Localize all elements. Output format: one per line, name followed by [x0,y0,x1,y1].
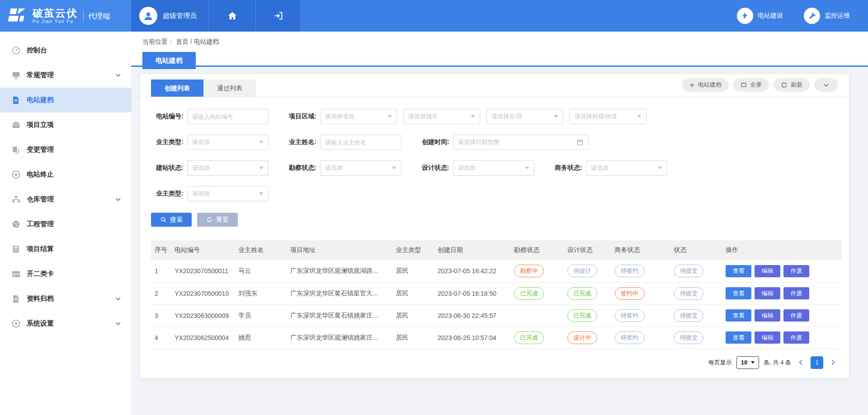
status-pill: 已完成 [567,309,597,322]
sidebar-item-station-archive[interactable]: 电站建档 [0,88,131,112]
station-code-input[interactable] [187,109,269,124]
cell-created-date: 2023-07-05 16:42:22 [434,260,510,282]
lightning-icon [741,11,750,20]
fullscreen-button[interactable]: 全屏 [733,78,769,92]
per-page-select[interactable]: 10 [736,356,759,369]
cell-status: 待提交 [670,326,722,349]
user-name: 超级管理员 [163,12,197,20]
table-row: 2YX2023070500010刘强东广东深圳龙华区黄石镇星官大...居民202… [151,282,842,304]
files-icon [11,145,21,155]
sidebar-item-project-approval[interactable]: 项目立项 [0,112,131,137]
wrench-icon [808,12,816,20]
status-pill: 设计中 [567,331,597,344]
page-number-1[interactable]: 1 [811,356,823,369]
filter-label: 设计状态: [417,164,453,172]
view-button[interactable]: 查看 [726,265,751,277]
filter-label: 建站状态: [151,164,187,172]
cell-owner-type: 居民 [392,304,434,326]
owner-name-input[interactable] [320,135,401,150]
add-station-button[interactable]: 电站建档 [682,78,729,92]
avatar [139,7,157,25]
cell-design-status: 设计中 [564,326,611,349]
column-header: 状态 [670,240,722,260]
tab-passed-list[interactable]: 通过列表 [203,79,256,97]
sidebar-item-engineering-mgmt[interactable]: 工程管理 [0,212,131,237]
owner-type-select[interactable]: 请选择 [187,135,269,150]
reset-button[interactable]: 重置 [197,213,238,227]
edit-button[interactable]: 编辑 [755,265,780,277]
brand-subtitle: Po Jian Yun Fu [33,19,78,24]
business-status-select[interactable]: 请选择 [586,160,667,176]
prev-page-button[interactable] [796,359,806,366]
column-header: 商务状态 [611,240,670,260]
create-time-range-input[interactable]: 请选择日期范围 [453,135,589,150]
sidebar-item-system-settings[interactable]: 系统设置 [0,311,131,336]
sidebar-item-change-mgmt[interactable]: 变更管理 [0,137,131,162]
region-city-select[interactable]: 请选择城市 [403,109,480,124]
logout-button[interactable] [256,0,301,32]
refresh-button[interactable]: 刷新 [774,78,810,92]
caret-down-icon [259,192,264,195]
view-button[interactable]: 查看 [726,287,751,299]
sidebar-item-console[interactable]: 控制台 [0,38,131,63]
divider [83,10,84,22]
portal-label: 代理端 [88,11,110,21]
sidebar-item-second-class-card[interactable]: 开二类卡 [0,261,131,286]
edit-button[interactable]: 编辑 [755,309,780,322]
document-icon [11,294,21,304]
monitor-icon [11,70,21,80]
caret-down-icon [554,115,558,118]
search-icon [160,216,167,223]
survey-status-select[interactable]: 请选择 [320,160,401,176]
page-tab-station-archive[interactable]: 电站建档 [142,52,196,69]
sidebar-item-label: 电站建档 [27,96,121,104]
region-province-select[interactable]: 请选择省份 [320,109,397,124]
owner-type-select-2[interactable]: 请选择 [187,186,269,201]
void-button[interactable]: 作废 [783,265,809,277]
view-button[interactable]: 查看 [726,309,751,322]
breadcrumb: 当前位置： 首页 / 电站建档 [142,38,868,46]
void-button[interactable]: 作废 [783,287,809,299]
table-body: 1YX2023070500011马云广东深圳龙华区观澜镇观湖路...居民2023… [151,260,842,349]
nav-label: 监控运维 [825,12,850,20]
region-town-select[interactable]: 请选择村镇/街道 [570,109,646,124]
nav-monitor-ops[interactable]: 监控运维 [804,8,850,24]
sidebar-item-label: 控制台 [27,46,121,55]
sidebar-item-warehouse-mgmt[interactable]: 仓库管理 [0,187,131,212]
collapse-toggle-button[interactable] [814,78,838,92]
build-status-select[interactable]: 请选择 [187,160,269,176]
edit-button[interactable]: 编辑 [755,331,780,344]
calculator-icon [11,244,21,254]
next-page-button[interactable] [828,359,838,366]
cell-design-status: 已完成 [564,282,611,304]
sidebar-item-data-archive[interactable]: 资料归档 [0,286,131,311]
table-row: 4YX2023062500004姚思广东深圳龙华区观澜镇姚家庄...居民2023… [151,326,842,349]
breadcrumb-path[interactable]: 首页 / 电站建档 [176,38,219,45]
breadcrumb-label: 当前位置： [142,38,174,45]
cell-station-code: YX2023062500004 [171,326,235,349]
cell-status: 待提交 [670,260,722,282]
status-pill: 待设计 [567,265,597,277]
status-pill: 待提交 [674,331,703,344]
cell-project-address: 广东深圳龙华区黄石镇姚家庄... [287,304,392,326]
design-status-select[interactable]: 请选择 [453,160,534,176]
cell-station-code: YX2023070500010 [171,282,235,304]
void-button[interactable]: 作废 [783,309,809,322]
edit-button[interactable]: 编辑 [755,287,780,299]
home-button[interactable] [209,0,256,32]
void-button[interactable]: 作废 [783,331,809,344]
column-header: 序号 [151,240,171,260]
cell-project-address: 广东深圳龙华区黄石镇星官大... [287,282,392,304]
sidebar-item-project-settlement[interactable]: 项目结算 [0,237,131,261]
sidebar-item-general-mgmt[interactable]: 常规管理 [0,63,131,88]
total-count-label: 条, 共 4 条 [764,359,791,367]
sidebar-item-label: 资料归档 [27,294,115,303]
current-user[interactable]: 超级管理员 [131,0,209,32]
search-button[interactable]: 搜索 [151,213,192,227]
cell-owner-name: 学员 [235,304,287,326]
region-district-select[interactable]: 请选择县/区 [486,109,563,124]
nav-station-build[interactable]: 电站建设 [737,8,783,24]
tab-create-list[interactable]: 创建列表 [151,79,203,97]
sidebar-item-station-termination[interactable]: 电站终止 [0,162,131,187]
view-button[interactable]: 查看 [726,331,751,344]
